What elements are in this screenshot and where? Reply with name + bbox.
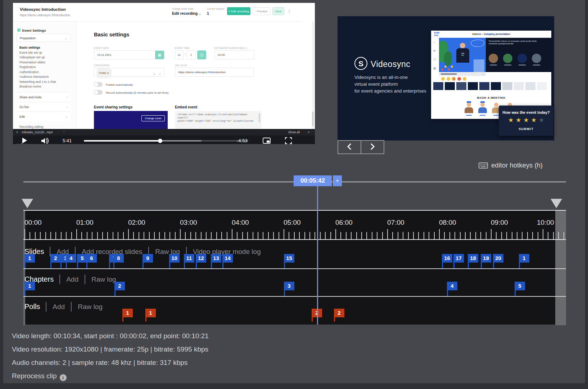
slide-marker-13[interactable]: 13 [211,254,221,263]
category-chip[interactable]: Public ✕ [96,68,112,78]
preview-button[interactable]: ◦ Preview [252,7,270,15]
chapter-marker-4[interactable]: 4 [447,282,457,290]
emoji-reaction[interactable] [452,77,456,81]
slide-marker-4[interactable]: 4 [66,254,76,263]
slide-marker-12[interactable]: 12 [196,254,206,263]
kebab-menu[interactable]: ⋮ [287,9,291,14]
url-slug-field[interactable]: https://demo.videosync.fi/introduction [175,68,254,77]
rating-submit-button[interactable]: SUBMIT [499,127,553,131]
slide-marker-5[interactable]: 5 [77,254,87,263]
slide-marker-17[interactable]: 17 [453,254,464,263]
emoji-reaction[interactable] [457,77,461,81]
edit-recording-button[interactable]: ≡ Edit recording [227,7,250,15]
clear-icon[interactable]: ✕ [153,70,155,79]
event-time-hours[interactable]: 11 [175,50,184,59]
filmstrip-thumbnail[interactable] [468,82,478,90]
slide-marker-15[interactable]: 15 [284,254,294,263]
chapter-marker-3[interactable]: 3 [284,282,294,290]
page-scrollbar[interactable] [312,22,314,129]
slide-marker-19[interactable]: 19 [481,254,491,263]
star-5[interactable]: ★ [538,117,545,124]
sidebar-item-networking-and-1-to-1-chat[interactable]: Networking and 1 to 1 chat [19,80,56,84]
download-close-icon[interactable]: ✕ [16,130,18,134]
topic-thumbnail[interactable] [532,54,541,63]
slide-marker-1[interactable]: 1 [24,254,35,263]
filmstrip-thumbnail[interactable] [445,82,455,90]
filmstrip-thumbnail[interactable] [479,82,489,90]
add-marker-button[interactable]: + [333,175,342,186]
participation-bar[interactable]: ⌄ [439,72,486,76]
star-2[interactable]: ★ [515,117,522,124]
slide-marker-10[interactable]: 10 [169,254,180,263]
sidebar-section-share-and-invite[interactable]: Share and invite› [17,92,71,102]
slide-marker-8[interactable]: 8 [113,254,124,263]
topic-thumbnail[interactable] [489,54,498,63]
calendar-icon[interactable]: ▦ [155,51,164,59]
record-toggle[interactable] [94,90,103,95]
sidebar-item-basic-settings[interactable]: Basic settings [19,45,40,50]
progress-handle[interactable] [158,139,162,143]
sidebar-item-audience-interactions[interactable]: Audience interactions [19,75,49,79]
sidebar-item-videoplayer-set-up[interactable]: Videoplayer set up [19,55,45,60]
slide-marker-20[interactable]: 20 [493,254,503,263]
sidebar-item-registration[interactable]: Registration [19,65,36,70]
download-caret-icon[interactable]: ⌃ [63,130,65,134]
star-4[interactable]: ★ [530,117,538,124]
star-1[interactable]: ★ [507,117,515,124]
event-time-minutes[interactable]: 1 [187,50,195,59]
show-all-link[interactable]: Show all [288,130,300,134]
filmstrip-thumbnail[interactable] [525,82,535,90]
sidebar-section-go-live[interactable]: Go live› [17,102,71,111]
filmstrip-thumbnail[interactable] [433,82,443,90]
filmstrip-thumbnail[interactable] [502,82,512,90]
poll-marker-2[interactable]: 2 [334,309,344,317]
downloads-close-icon[interactable]: ✕ [307,130,310,134]
prev-slide-button[interactable] [338,140,361,154]
playhead-line[interactable] [317,186,318,325]
emoji-reaction[interactable] [463,77,466,81]
timestamp-value[interactable]: 00:05:42 [294,175,332,186]
filmstrip-thumbnail[interactable] [514,82,524,90]
track-action-add[interactable]: Add [46,302,71,312]
timeline[interactable]: 00:0001:0002:0003:0004:0005:0006:0007:00… [23,210,566,325]
track-action-add[interactable]: Add [59,274,85,284]
preparation-dropdown[interactable]: Preparation⌄ [17,34,71,42]
editor-hotkeys-button[interactable]: editor hotkeys (h) [479,161,543,169]
slide-marker-18[interactable]: 18 [468,254,478,263]
download-filename[interactable]: miksattu_111120...mp4 [22,130,53,134]
save-button[interactable]: Save [272,7,284,15]
filmstrip-thumbnail[interactable] [456,82,466,90]
clock-icon[interactable]: ◷ [197,50,206,59]
sidebar-section-edit[interactable]: Edit⌄ [17,112,71,121]
sidebar-item-presentation-slides[interactable]: Presentation slides [19,60,45,65]
trim-start-handle[interactable] [22,199,33,208]
sidebar-item-event-site-set-up[interactable]: Event site set up [19,50,42,55]
embed-scrollbar[interactable] [259,113,260,122]
slide-marker-6[interactable]: 6 [86,254,97,263]
pip-icon[interactable] [263,138,271,144]
emoji-reaction[interactable] [441,77,445,81]
slide-marker-16[interactable]: 16 [442,254,452,263]
duration-field[interactable]: 02:00 [214,50,254,59]
track-action-raw-log[interactable]: Raw log [148,247,186,256]
trim-end-handle[interactable] [551,199,562,208]
sidebar-item-breakout-rooms[interactable]: Breakout rooms [19,84,41,89]
chapter-marker-1[interactable]: 1 [24,282,35,290]
chapter-marker-5[interactable]: 5 [515,282,525,290]
sidebar-item-authentication[interactable]: Authentication [19,70,39,75]
slide-marker-11[interactable]: 11 [184,254,194,263]
play-button[interactable] [22,138,27,143]
embed-code[interactable]: <iframe src="//demo.videosync.fi/introdu… [175,111,261,129]
next-slide-button[interactable] [361,140,384,154]
slide-marker-1[interactable]: 1 [519,254,529,263]
publish-toggle[interactable] [94,82,103,87]
topic-thumbnail[interactable] [517,54,527,63]
slide-marker-2[interactable]: 2 [50,254,61,263]
change-cover-button[interactable]: Change cover [141,115,165,121]
video-player[interactable]: Videosync Introduction https://demo.vide… [13,3,315,144]
slide-marker-14[interactable]: 14 [222,254,233,263]
track-action-raw-log[interactable]: Raw log [71,302,109,312]
slide-marker-9[interactable]: 9 [143,254,153,263]
reprocess-clip-button[interactable]: Reprocess clipi [12,372,67,381]
poll-marker-1[interactable]: 1 [145,309,156,317]
